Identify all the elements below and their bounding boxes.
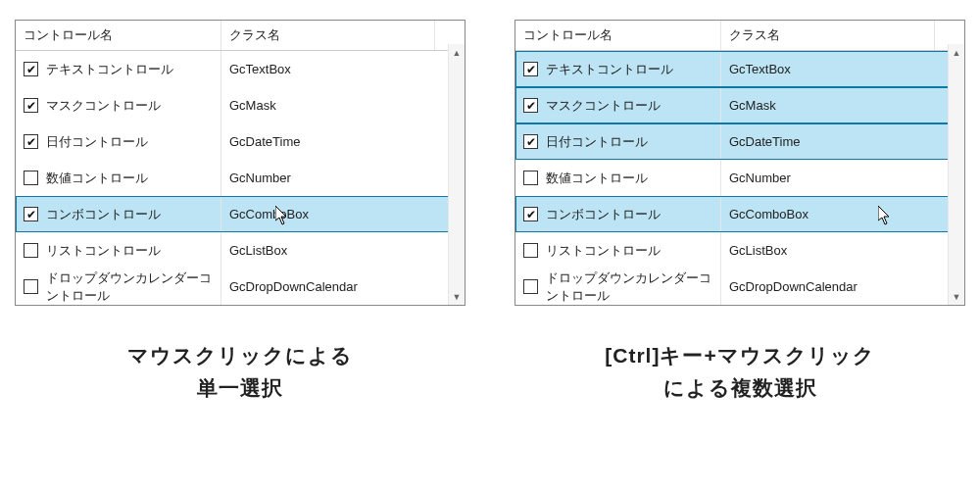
table-row[interactable]: マスクコントロールGcMask <box>16 87 465 123</box>
control-name-label: 数値コントロール <box>546 170 648 187</box>
scrollbar[interactable]: ▲▼ <box>448 44 465 305</box>
control-name-label: ドロップダウンカレンダーコントロール <box>46 270 213 305</box>
caption-line: による複数選択 <box>514 372 965 405</box>
control-name-label: ドロップダウンカレンダーコントロール <box>546 270 712 305</box>
cell-control-name: ドロップダウンカレンダーコントロール <box>16 269 221 305</box>
cell-control-name: 数値コントロール <box>16 160 221 196</box>
cell-control-name: テキストコントロール <box>515 51 721 87</box>
cell-control-name: 数値コントロール <box>515 160 721 196</box>
cell-control-name: マスクコントロール <box>515 87 721 123</box>
cell-control-name: コンボコントロール <box>515 196 721 232</box>
scroll-up-icon[interactable]: ▲ <box>449 44 465 61</box>
checkbox-icon[interactable] <box>24 134 38 149</box>
control-name-label: テキストコントロール <box>46 61 173 78</box>
cell-class-name: GcComboBox <box>221 196 465 232</box>
cell-class-name: GcListBox <box>221 232 465 269</box>
table-row[interactable]: テキストコントロールGcTextBox <box>515 51 964 87</box>
cell-class-name: GcDateTime <box>221 123 465 160</box>
checkbox-icon[interactable] <box>523 98 538 113</box>
cell-class-name: GcComboBox <box>721 196 964 232</box>
cell-control-name: テキストコントロール <box>16 51 221 87</box>
checkbox-icon[interactable] <box>24 279 38 294</box>
caption-line: 単一選択 <box>15 372 466 405</box>
table-row[interactable]: リストコントロールGcListBox <box>515 232 964 269</box>
cell-control-name: 日付コントロール <box>16 123 221 160</box>
cell-class-name: GcMask <box>721 87 964 123</box>
table-row[interactable]: テキストコントロールGcTextBox <box>16 51 465 87</box>
header-control-name[interactable]: コントロール名 <box>16 21 221 50</box>
cell-class-name: GcTextBox <box>221 51 465 87</box>
checkbox-icon[interactable] <box>523 171 538 185</box>
table-row[interactable]: ドロップダウンカレンダーコントロールGcDropDownCalendar <box>515 269 964 305</box>
header-class-name[interactable]: クラス名 <box>221 21 435 50</box>
control-name-label: 数値コントロール <box>46 170 148 187</box>
scroll-down-icon[interactable]: ▼ <box>949 288 964 305</box>
control-name-label: 日付コントロール <box>46 133 148 151</box>
table-row[interactable]: 日付コントロールGcDateTime <box>16 123 465 160</box>
cell-class-name: GcMask <box>221 87 465 123</box>
table-row[interactable]: マスクコントロールGcMask <box>515 87 964 123</box>
header-class-name[interactable]: クラス名 <box>721 21 935 50</box>
cell-control-name: 日付コントロール <box>515 123 721 160</box>
control-name-label: リストコントロール <box>546 242 661 260</box>
cell-control-name: リストコントロール <box>16 232 221 269</box>
control-name-label: リストコントロール <box>46 242 161 260</box>
table-row[interactable]: リストコントロールGcListBox <box>16 232 465 269</box>
table-row[interactable]: コンボコントロールGcComboBox <box>16 196 465 232</box>
grid-panel-right: コントロール名クラス名テキストコントロールGcTextBoxマスクコントロールG… <box>514 20 965 306</box>
grid-panel-left: コントロール名クラス名テキストコントロールGcTextBoxマスクコントロールG… <box>15 20 466 306</box>
cell-class-name: GcDropDownCalendar <box>221 269 465 305</box>
caption-line: [Ctrl]キー+マウスクリック <box>514 340 965 372</box>
caption-line: マウスクリックによる <box>15 340 466 372</box>
cell-class-name: GcListBox <box>721 232 964 269</box>
grid-body: テキストコントロールGcTextBoxマスクコントロールGcMask日付コントロ… <box>515 51 964 305</box>
caption-left: マウスクリックによる単一選択 <box>15 340 466 404</box>
checkbox-icon[interactable] <box>523 243 538 258</box>
control-name-label: 日付コントロール <box>546 133 648 151</box>
scrollbar[interactable]: ▲▼ <box>948 44 964 305</box>
control-name-label: コンボコントロール <box>46 206 161 223</box>
checkbox-icon[interactable] <box>24 207 38 221</box>
checkbox-icon[interactable] <box>523 134 538 149</box>
scroll-up-icon[interactable]: ▲ <box>949 44 964 61</box>
control-name-label: コンボコントロール <box>546 206 661 223</box>
cell-control-name: コンボコントロール <box>16 196 221 232</box>
header-row: コントロール名クラス名 <box>16 21 465 51</box>
checkbox-icon[interactable] <box>24 98 38 113</box>
control-name-label: テキストコントロール <box>546 61 673 78</box>
cell-class-name: GcTextBox <box>721 51 964 87</box>
cell-class-name: GcNumber <box>721 160 964 196</box>
header-control-name[interactable]: コントロール名 <box>515 21 721 50</box>
checkbox-icon[interactable] <box>523 207 538 221</box>
control-name-label: マスクコントロール <box>46 97 161 115</box>
table-row[interactable]: コンボコントロールGcComboBox <box>515 196 964 232</box>
control-name-label: マスクコントロール <box>546 97 661 115</box>
table-row[interactable]: 日付コントロールGcDateTime <box>515 123 964 160</box>
cell-class-name: GcDropDownCalendar <box>721 269 964 305</box>
caption-right: [Ctrl]キー+マウスクリックによる複数選択 <box>514 340 965 404</box>
checkbox-icon[interactable] <box>523 279 538 294</box>
grid-body: テキストコントロールGcTextBoxマスクコントロールGcMask日付コントロ… <box>16 51 465 305</box>
checkbox-icon[interactable] <box>523 62 538 76</box>
header-row: コントロール名クラス名 <box>515 21 964 51</box>
cell-class-name: GcDateTime <box>721 123 964 160</box>
cell-control-name: マスクコントロール <box>16 87 221 123</box>
table-row[interactable]: 数値コントロールGcNumber <box>16 160 465 196</box>
table-row[interactable]: ドロップダウンカレンダーコントロールGcDropDownCalendar <box>16 269 465 305</box>
scroll-down-icon[interactable]: ▼ <box>449 288 465 305</box>
cell-class-name: GcNumber <box>221 160 465 196</box>
checkbox-icon[interactable] <box>24 171 38 185</box>
cell-control-name: ドロップダウンカレンダーコントロール <box>515 269 721 305</box>
cell-control-name: リストコントロール <box>515 232 721 269</box>
table-row[interactable]: 数値コントロールGcNumber <box>515 160 964 196</box>
checkbox-icon[interactable] <box>24 62 38 76</box>
checkbox-icon[interactable] <box>24 243 38 258</box>
